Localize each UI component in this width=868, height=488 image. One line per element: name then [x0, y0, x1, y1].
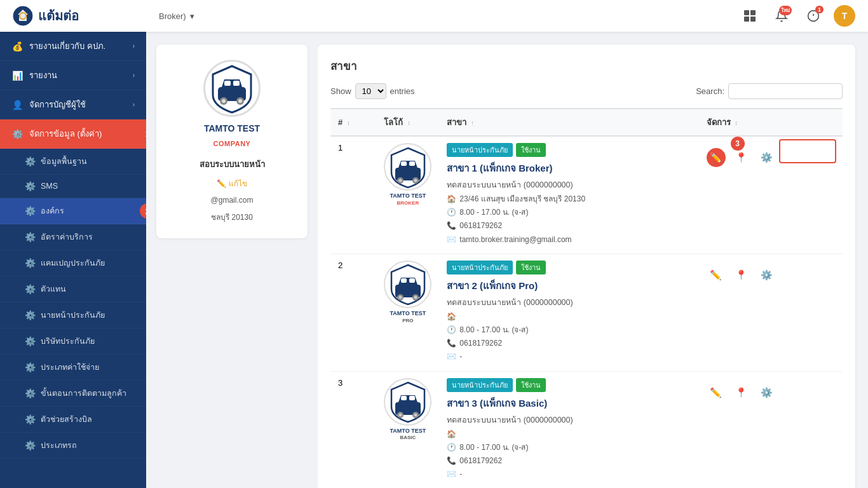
sidebar-item-label: จัดการบัญชีผู้ใช้: [29, 98, 126, 111]
chevron-right-icon: ›: [133, 101, 135, 108]
main-layout: 💰 รายงานเกี่ยวกับ คปภ. › 📊 รายงาน › 👤 จั…: [0, 32, 868, 488]
svg-rect-17: [401, 161, 407, 166]
sidebar-item-report-kpj[interactable]: 💰 รายงานเกี่ยวกับ คปภ. ›: [0, 32, 146, 61]
svg-rect-10: [224, 81, 231, 86]
report-kpj-icon: 💰: [11, 41, 23, 51]
sidebar-item-label: SMS: [41, 182, 58, 191]
row-branch-info: นายหน้าประกันภัย ใช้งาน สาขา 3 (แพ็กเกจ …: [439, 371, 698, 488]
campaign-icon: ⚙️: [24, 258, 36, 268]
row-num: 1: [330, 136, 376, 254]
entries-select[interactable]: 10 25 50: [355, 83, 386, 99]
topbar-right: ใหม่ 1 T: [738, 4, 855, 27]
branch-detail: 🏠 🕐 8.00 - 17.00 น. (จ-ส) 📞 0618179262 ✉…: [447, 311, 691, 364]
left-panel: TAMTO TEST COMPANY สอบระบบนายหน้า ✏️ แก้…: [146, 32, 318, 488]
sidebar-item-insurance-company[interactable]: ⚙️ บริษัทประกันภัย: [0, 329, 146, 355]
action-icons: ✏️ 📍 ⚙️: [707, 261, 835, 285]
sidebar-item-campaign[interactable]: ⚙️ แคมเปญประกันภัย: [0, 250, 146, 276]
avatar[interactable]: T: [834, 5, 855, 27]
sidebar-item-label: จัดการข้อมูล (ตั้งค่า): [29, 127, 135, 140]
email-icon: ✉️: [447, 234, 456, 246]
col-logo: โลโก้ ↕: [376, 109, 439, 136]
row-logo: TAMTO TESTBASIC: [376, 371, 439, 488]
sidebar-item-label: ขั้นตอนการติดตามลูกค้า: [41, 387, 126, 400]
bell-icon-btn[interactable]: ใหม่: [770, 4, 793, 27]
sidebar-item-report[interactable]: 📊 รายงาน ›: [0, 61, 146, 90]
profile-card: TAMTO TEST COMPANY สอบระบบนายหน้า ✏️ แก้…: [156, 44, 308, 238]
clock-icon: 🕐: [447, 324, 456, 336]
sidebar-item-basic-info[interactable]: ⚙️ ข้อมูลพื้นฐาน: [0, 149, 146, 175]
email-icon: ✉️: [447, 468, 456, 480]
edit-icon-btn[interactable]: ✏️ 3: [707, 148, 726, 167]
insurer-icon: ⚙️: [24, 310, 36, 320]
home-icon: 🏠: [447, 428, 456, 440]
edit-link[interactable]: ✏️ แก้ไข: [217, 177, 247, 189]
search-input[interactable]: [728, 83, 843, 99]
sidebar-item-manage-settings[interactable]: ⚙️ จัดการข้อมูล (ตั้งค่า) 1: [0, 119, 146, 149]
sidebar-item-insurer[interactable]: ⚙️ นายหน้าประกันภัย: [0, 302, 146, 329]
notification-icon-btn[interactable]: 1: [802, 4, 825, 27]
svg-rect-5: [750, 17, 756, 22]
company-name: TAMTO TEST: [204, 123, 260, 133]
dropdown-arrow-icon: ▾: [190, 11, 194, 21]
table-row: 1: [330, 136, 843, 254]
location-icon-btn[interactable]: 📍: [732, 148, 751, 167]
status-badges: นายหน้าประกันภัย ใช้งาน: [447, 261, 691, 274]
breadcrumb: Broker) ▾: [159, 11, 738, 21]
phone-icon: 📞: [447, 455, 456, 467]
sidebar-item-label: ตัวช่วยสร้างบิล: [41, 413, 92, 426]
breadcrumb-text: Broker): [159, 11, 186, 21]
svg-point-21: [398, 179, 402, 182]
svg-point-37: [398, 414, 402, 417]
sidebar-item-follow-customer[interactable]: ⚙️ ขั้นตอนการติดตามลูกค้า: [0, 381, 146, 407]
sidebar-item-rate-service[interactable]: ⚙️ อัตราค่าบริการ: [0, 224, 146, 250]
branch-logo-basic: [384, 378, 431, 426]
row-actions: ✏️ 3 📍 ⚙️: [699, 136, 843, 254]
home-icon: 🏠: [447, 193, 456, 205]
status-badges: นายหน้าประกันภัย ใช้งาน: [447, 378, 691, 392]
sidebar-item-vehicle-type[interactable]: ⚙️ ประเภทรถ: [0, 433, 146, 459]
users-icon: 👤: [11, 100, 23, 110]
profile-address: ชลบุรี 20130: [211, 211, 253, 223]
svg-rect-34: [409, 396, 415, 400]
sidebar-item-bill-helper[interactable]: ⚙️ ตัวช่วยสร้างบิล: [0, 407, 146, 433]
sidebar-item-organization[interactable]: ⚙️ องค์กร 2: [0, 198, 146, 224]
badge-active: ใช้งาน: [516, 261, 546, 274]
table-card: สาขา Show 10 25 50 entries Search:: [318, 44, 855, 488]
row-logo: TAMTO TESTPRO: [376, 254, 439, 371]
gear-icon-btn[interactable]: ⚙️: [757, 266, 776, 285]
badge-nayohna: นายหน้าประกันภัย: [447, 143, 513, 157]
location-icon-btn[interactable]: 📍: [732, 266, 751, 285]
clock-icon: 🕐: [447, 442, 456, 454]
grid-icon-btn[interactable]: [738, 4, 761, 27]
location-icon-btn[interactable]: 📍: [732, 383, 751, 402]
branch-sub: ทดสอบระบบนายหน้า (0000000000): [447, 414, 691, 426]
edit-icon-btn[interactable]: ✏️: [707, 383, 726, 402]
edit-icon-btn[interactable]: ✏️: [707, 266, 726, 285]
email-icon: ✉️: [447, 351, 456, 363]
sidebar-item-label: รายงาน: [29, 69, 126, 82]
badge-active: ใช้งาน: [516, 143, 546, 157]
row-num: 3: [330, 371, 376, 488]
table-controls: Show 10 25 50 entries Search:: [330, 83, 843, 99]
pencil-icon: ✏️: [217, 179, 226, 188]
sidebar-item-expense-type[interactable]: ⚙️ ประเภทค่าใช้จ่าย: [0, 355, 146, 381]
vehicle-icon: ⚙️: [24, 440, 36, 451]
sidebar-item-sms[interactable]: ⚙️ SMS: [0, 175, 146, 198]
badge-nayohna: นายหน้าประกันภัย: [447, 378, 513, 392]
entries-label: entries: [390, 86, 415, 96]
sidebar-item-label: ประเภทรถ: [41, 439, 77, 452]
svg-rect-33: [401, 396, 407, 400]
search-box: Search:: [696, 83, 843, 99]
sidebar: 💰 รายงานเกี่ยวกับ คปภ. › 📊 รายงาน › 👤 จั…: [0, 32, 146, 488]
sidebar-item-manage-users[interactable]: 👤 จัดการบัญชีผู้ใช้ ›: [0, 90, 146, 119]
content-area: TAMTO TEST COMPANY สอบระบบนายหน้า ✏️ แก้…: [146, 32, 868, 488]
sidebar-item-agent[interactable]: ⚙️ ตัวแทน: [0, 276, 146, 302]
gear-icon-btn[interactable]: ⚙️: [757, 383, 776, 402]
sidebar-item-label: ประเภทค่าใช้จ่าย: [41, 361, 99, 374]
action-icons: ✏️ 3 📍 ⚙️: [707, 143, 835, 167]
bill-icon: ⚙️: [24, 414, 36, 424]
branches-table: # ↕ โลโก้ ↕ สาขา ↑ จัดการ ↕ 1: [330, 108, 843, 488]
sidebar-item-label: บริษัทประกันภัย: [41, 335, 95, 348]
gear-icon-btn[interactable]: ⚙️: [757, 148, 776, 167]
row-logo: TAMTO TEST BROKER TAMTO TESTBROKER: [376, 136, 439, 254]
